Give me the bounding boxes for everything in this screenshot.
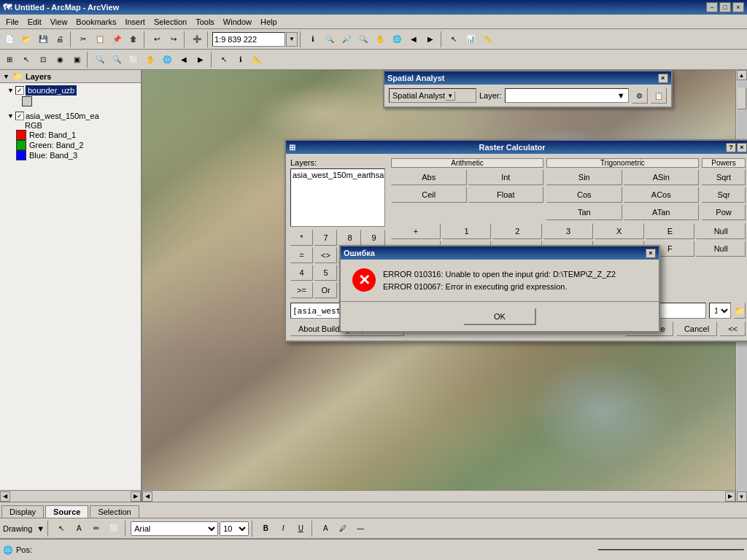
rc-help-button[interactable]: ?	[726, 143, 736, 152]
open-button[interactable]: 📂	[18, 31, 34, 47]
layer-checkbox-2[interactable]: ✓	[15, 112, 24, 120]
layer-name-bounder[interactable]: bounder_uzb	[26, 85, 77, 96]
rc-btn-1[interactable]: 1	[442, 223, 492, 239]
scroll-right-arrow[interactable]: ▶	[131, 491, 141, 502]
rc-btn-7[interactable]: 7	[314, 230, 337, 246]
rc-btn-sqr[interactable]: Sqr	[702, 187, 746, 203]
cut-button[interactable]: ✂	[75, 31, 91, 47]
print-button[interactable]: 🖨	[52, 31, 68, 47]
menu-view[interactable]: View	[46, 17, 72, 27]
minimize-button[interactable]: −	[706, 2, 718, 12]
scale-input[interactable]: 1:9 839 222	[212, 32, 285, 47]
rc-btn-cos[interactable]: Cos	[546, 187, 622, 203]
identify-button[interactable]: ℹ	[305, 31, 321, 47]
t2-btn1[interactable]: ⊞	[1, 52, 18, 68]
copy-button[interactable]: 📋	[92, 31, 108, 47]
layer-bounder[interactable]: ▼ ✓ bounder_uzb	[1, 85, 139, 96]
menu-edit[interactable]: Edit	[23, 17, 46, 27]
scroll-thumb[interactable]	[738, 88, 746, 109]
font-selector[interactable]: Arial	[131, 521, 218, 536]
expand-arrow-1[interactable]: ▼	[7, 87, 14, 94]
back-button[interactable]: ◀	[406, 31, 422, 47]
sa-close-button[interactable]: ×	[658, 74, 668, 83]
t2-btn12[interactable]: ▶	[193, 52, 209, 68]
t2-btn9[interactable]: ✋	[142, 52, 158, 68]
sa-analyst-combo[interactable]: Spatial Analyst ▼	[389, 88, 476, 103]
scroll-up-arrow[interactable]: ▲	[737, 70, 747, 80]
highlight-btn[interactable]: 🖊	[335, 521, 351, 537]
rc-collapse-button[interactable]: <<	[720, 322, 746, 336]
rc-btn-asin[interactable]: ASin	[624, 169, 700, 185]
forward-button[interactable]: ▶	[422, 31, 438, 47]
display-tab[interactable]: Display	[1, 505, 44, 518]
redo-button[interactable]: ↪	[166, 31, 182, 47]
rc-btn-e[interactable]: E	[646, 223, 695, 239]
line-color-btn[interactable]: —	[352, 521, 368, 537]
rc-cancel-button[interactable]: Cancel	[676, 322, 717, 336]
menu-help[interactable]: Help	[256, 17, 282, 27]
close-button[interactable]: ×	[732, 2, 744, 12]
menu-window[interactable]: Window	[219, 17, 256, 27]
rc-btn-9[interactable]: 9	[363, 230, 385, 246]
rc-btn-8[interactable]: 8	[338, 230, 361, 246]
sa-combo-arrow[interactable]: ▼	[445, 91, 455, 101]
rc-btn-acos[interactable]: ACos	[624, 187, 700, 203]
save-button[interactable]: 💾	[35, 31, 51, 47]
rc-btn-3[interactable]: 3	[543, 223, 593, 239]
t2-btn5[interactable]: ▣	[69, 52, 85, 68]
sa-action-btn[interactable]: ⚙	[632, 88, 648, 104]
rc-layers-list[interactable]: asia_west_150m_earthsa	[290, 168, 385, 227]
err-close-button[interactable]: ×	[646, 249, 656, 258]
t2-btn11[interactable]: ◀	[176, 52, 192, 68]
rc-btn-ceil[interactable]: Ceil	[391, 187, 467, 203]
menu-bookmarks[interactable]: Bookmarks	[71, 17, 120, 27]
underline-button[interactable]: U	[293, 521, 309, 537]
map-scroll-right[interactable]: ▶	[725, 491, 735, 502]
t2-btn3[interactable]: ⊡	[35, 52, 51, 68]
scale-dropdown[interactable]: ▼	[286, 32, 298, 47]
t2-btn15[interactable]: 📐	[249, 52, 266, 68]
map-area[interactable]: Spatial Analyst × Spatial Analyst ▼ Laye…	[142, 70, 747, 502]
map-scroll-left[interactable]: ◀	[142, 491, 152, 502]
source-tab[interactable]: Source	[45, 505, 88, 518]
rc-btn-plus[interactable]: +	[391, 223, 441, 239]
undo-button[interactable]: ↩	[149, 31, 165, 47]
t2-btn8[interactable]: ⬜	[125, 52, 142, 68]
rc-btn-2[interactable]: 2	[492, 223, 542, 239]
new-button[interactable]: 📄	[1, 31, 18, 47]
rc-btn-5[interactable]: 5	[314, 265, 337, 281]
layer-asia[interactable]: ▼ ✓ asia_west_150m_ea	[1, 111, 139, 121]
full-extent-button[interactable]: 🌐	[389, 31, 405, 47]
selection-tab[interactable]: Selection	[90, 505, 139, 518]
bold-button[interactable]: B	[258, 521, 274, 537]
err-ok-button[interactable]: OK	[463, 308, 536, 325]
t2-btn13[interactable]: ↖	[216, 52, 232, 68]
italic-button[interactable]: I	[275, 521, 291, 537]
draw-text-btn[interactable]: A	[71, 521, 87, 537]
draw-btn3[interactable]: ✏	[88, 521, 104, 537]
sa-help-btn[interactable]: 📋	[651, 88, 667, 104]
expand-arrow-2[interactable]: ▼	[7, 112, 14, 120]
rc-layer-item[interactable]: asia_west_150m_earthsa	[293, 171, 383, 179]
t2-btn14[interactable]: ℹ	[233, 52, 249, 68]
delete-button[interactable]: 🗑	[125, 31, 142, 47]
rc-btn-sqrt[interactable]: Sqrt	[702, 169, 746, 185]
map-hscrollbar[interactable]: ◀ ▶	[142, 490, 735, 502]
rc-btn-abs[interactable]: Abs	[391, 169, 467, 185]
add-data-button[interactable]: ➕	[189, 31, 205, 47]
t2-btn6[interactable]: 🔍	[92, 52, 108, 68]
draw-btn4[interactable]: ⬜	[106, 521, 122, 537]
t2-btn7[interactable]: 🔍	[109, 52, 125, 68]
rc-btn-atan[interactable]: ATan	[624, 204, 700, 220]
rc-btn-4[interactable]: 4	[290, 265, 313, 281]
maximize-button[interactable]: □	[719, 2, 731, 12]
measure-button[interactable]: 📏	[479, 31, 495, 47]
t2-btn2[interactable]: ↖	[18, 52, 34, 68]
font-size-selector[interactable]: 10	[220, 521, 249, 536]
t2-btn10[interactable]: 🌐	[159, 52, 175, 68]
menu-insert[interactable]: Insert	[120, 17, 150, 27]
scroll-left-arrow[interactable]: ◀	[0, 491, 10, 502]
rc-btn-null1[interactable]: Null	[696, 223, 746, 239]
select-button[interactable]: ↖	[446, 31, 462, 47]
paste-button[interactable]: 📌	[109, 31, 125, 47]
